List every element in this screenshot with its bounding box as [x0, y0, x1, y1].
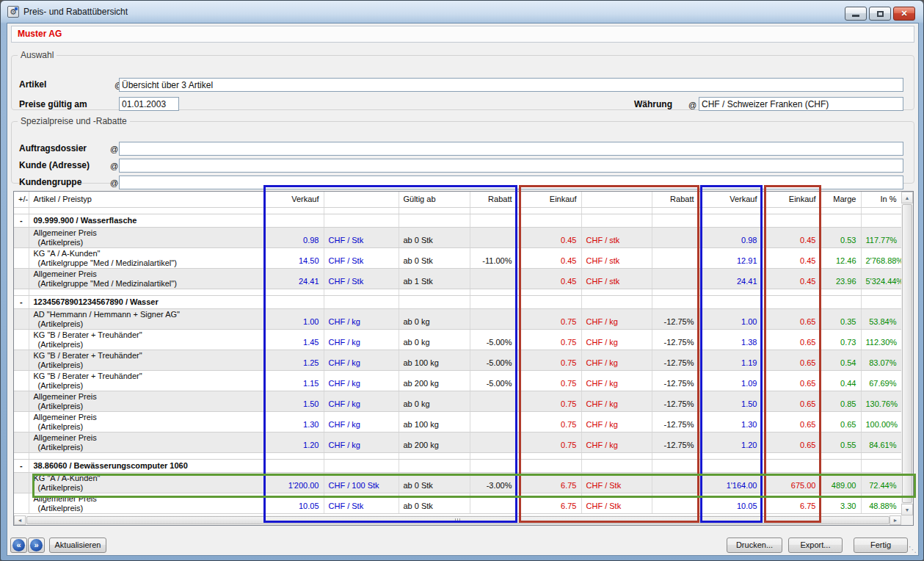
- price-row[interactable]: Allgemeiner Preis(Artikelpreis)1.50CHF /…: [14, 391, 901, 411]
- cell-gueltig: ab 200 kg: [399, 370, 470, 391]
- cell-in-pct: 84.61%: [861, 432, 901, 452]
- column-header[interactable]: [581, 192, 652, 207]
- column-header[interactable]: Verkauf: [265, 192, 324, 207]
- price-row[interactable]: KG "B / Berater + Treuhänder"(Artikelpre…: [14, 370, 901, 391]
- cell-gueltig: ab 100 kg: [399, 350, 470, 370]
- auftragsdossier-input[interactable]: [119, 142, 903, 156]
- app-window: ⚙ Preis- und Rabattübersicht ✕ Muster AG…: [0, 0, 924, 561]
- price-row[interactable]: Allgemeiner Preis(Artikelpreis)1.30CHF /…: [14, 411, 901, 432]
- article-name: 09.999.900 / Wasserflasche: [29, 214, 265, 227]
- column-header[interactable]: [324, 192, 399, 207]
- cell-marge: 489.00: [821, 472, 861, 493]
- price-row[interactable]: Allgemeiner Preis(Artikelpreis)0.98CHF /…: [14, 227, 901, 247]
- vertical-scroll-thumb[interactable]: [902, 204, 912, 503]
- kundengruppe-input[interactable]: [119, 175, 903, 189]
- column-header[interactable]: Einkauf: [762, 192, 821, 207]
- cell-ek-eff: 0.65: [762, 391, 821, 411]
- column-header[interactable]: Gültig ab: [399, 192, 470, 207]
- column-header[interactable]: Artikel / Preistyp: [29, 192, 265, 207]
- auftragsdossier-at-symbol: @: [110, 145, 118, 153]
- cell-gueltig: ab 0 kg: [399, 308, 470, 329]
- cell-vk: 1.15: [265, 370, 324, 391]
- cell-marge: 0.73: [821, 329, 861, 350]
- price-row-highlighted[interactable]: KG "A / A-Kunden"(Artikelpreis)1'200.00C…: [14, 472, 901, 493]
- column-header[interactable]: Rabatt: [652, 192, 699, 207]
- price-type: KG "B / Berater + Treuhänder"(Artikelpre…: [29, 350, 265, 370]
- cell-vk-unit: CHF / Stk: [324, 268, 399, 289]
- column-header[interactable]: +/-: [14, 192, 29, 207]
- vertical-scrollbar[interactable]: ▲ ▼: [901, 192, 913, 515]
- column-header[interactable]: In %: [861, 192, 901, 207]
- cell-vk-eff: 24.41: [699, 268, 762, 289]
- price-row[interactable]: KG "B / Berater + Treuhänder"(Artikelpre…: [14, 329, 901, 350]
- group-collapse-toggle[interactable]: -: [14, 295, 29, 308]
- scroll-right-button[interactable]: ►: [890, 515, 901, 525]
- cell-vk-unit: CHF / kg: [324, 370, 399, 391]
- title-bar: ⚙ Preis- und Rabattübersicht ✕: [1, 1, 923, 23]
- scroll-grip-icon: [455, 518, 462, 523]
- price-row[interactable]: KG "B / Berater + Treuhänder"(Artikelpre…: [14, 350, 901, 370]
- scroll-left-button[interactable]: ◄: [14, 515, 26, 525]
- price-row[interactable]: KG "A / A-Kunden"(Artikelgruppe "Med / M…: [14, 247, 901, 268]
- prev-icon: «: [12, 539, 25, 551]
- scroll-up-button[interactable]: ▲: [901, 192, 913, 203]
- aktualisieren-button[interactable]: Aktualisieren: [49, 538, 106, 553]
- prev-button[interactable]: «: [10, 538, 27, 553]
- minimize-button[interactable]: [845, 7, 867, 21]
- artikel-input[interactable]: [119, 78, 903, 92]
- cell-marge: 12.46: [821, 247, 861, 268]
- export-button[interactable]: Export...: [788, 538, 843, 553]
- group-collapse-toggle[interactable]: -: [14, 459, 29, 472]
- cell-ek-rabatt: -12.75%: [652, 329, 699, 350]
- cell-vk-rabatt: -5.00%: [470, 350, 517, 370]
- maximize-button[interactable]: [869, 7, 891, 21]
- scroll-down-button[interactable]: ▼: [901, 504, 913, 515]
- price-grid: +/-Artikel / PreistypVerkaufGültig abRab…: [14, 192, 902, 514]
- close-icon: ✕: [901, 10, 907, 18]
- cell-ek-unit: CHF / Stk: [581, 493, 652, 513]
- next-button[interactable]: »: [28, 538, 45, 553]
- group-collapse-toggle[interactable]: -: [14, 214, 29, 227]
- price-row[interactable]: Allgemeiner Preis(Artikelgruppe "Med / M…: [14, 268, 901, 289]
- cell-ek-rabatt: -12.75%: [652, 308, 699, 329]
- cell-vk-unit: CHF / 100 Stk: [324, 472, 399, 493]
- price-type: KG "B / Berater + Treuhänder"(Artikelpre…: [29, 370, 265, 391]
- column-header[interactable]: Einkauf: [517, 192, 581, 207]
- cell-ek-rabatt: -12.75%: [652, 350, 699, 370]
- column-header[interactable]: Marge: [821, 192, 861, 207]
- article-group-row[interactable]: -09.999.900 / Wasserflasche: [14, 214, 901, 227]
- cell-in-pct: 112.30%: [861, 329, 901, 350]
- cell-marge: 0.85: [821, 391, 861, 411]
- column-header[interactable]: Rabatt: [470, 192, 517, 207]
- kunde-adresse-input[interactable]: [119, 159, 903, 173]
- price-row[interactable]: Allgemeiner Preis(Artikelpreis)1.20CHF /…: [14, 432, 901, 452]
- cell-ek-eff: 0.65: [762, 350, 821, 370]
- preise-gueltig-am-input[interactable]: [119, 97, 179, 111]
- resize-grip-icon[interactable]: ⋱: [909, 545, 917, 554]
- cell-in-pct: 130.76%: [861, 391, 901, 411]
- cell-vk-eff: 1.00: [699, 308, 762, 329]
- price-row[interactable]: AD "Hemmann / Hemmann + Signer AG"(Artik…: [14, 308, 901, 329]
- cell-vk-unit: CHF / kg: [324, 391, 399, 411]
- kundengruppe-label: Kundengruppe: [19, 177, 81, 187]
- article-group-row[interactable]: -38.86060 / Bewässerungscomputer 1060: [14, 459, 901, 472]
- cell-vk: 24.41: [265, 268, 324, 289]
- horizontal-scroll-thumb[interactable]: [26, 516, 890, 524]
- waehrung-input[interactable]: [699, 97, 903, 111]
- cell-vk-rabatt: [470, 411, 517, 432]
- article-group-row[interactable]: -12345678901234567890 / Wasser: [14, 295, 901, 308]
- cell-vk-eff: 1.09: [699, 370, 762, 391]
- cell-ek-eff: 6.75: [762, 493, 821, 513]
- price-row[interactable]: Allgemeiner Preis(Artikelpreis)10.05CHF …: [14, 493, 901, 513]
- window-title: Preis- und Rabattübersicht: [23, 7, 128, 17]
- close-button[interactable]: ✕: [893, 7, 915, 21]
- cell-ek: 0.75: [517, 411, 581, 432]
- cell-vk-rabatt: [470, 268, 517, 289]
- column-header[interactable]: Verkauf: [699, 192, 762, 207]
- drucken-button[interactable]: Drucken...: [727, 538, 782, 553]
- cell-ek-unit: CHF / kg: [581, 370, 652, 391]
- cell-ek-rabatt: [652, 472, 699, 493]
- horizontal-scrollbar[interactable]: ◄ ►: [14, 515, 901, 525]
- fertig-button[interactable]: Fertig: [854, 538, 908, 553]
- cell-in-pct: 117.77%: [861, 227, 901, 247]
